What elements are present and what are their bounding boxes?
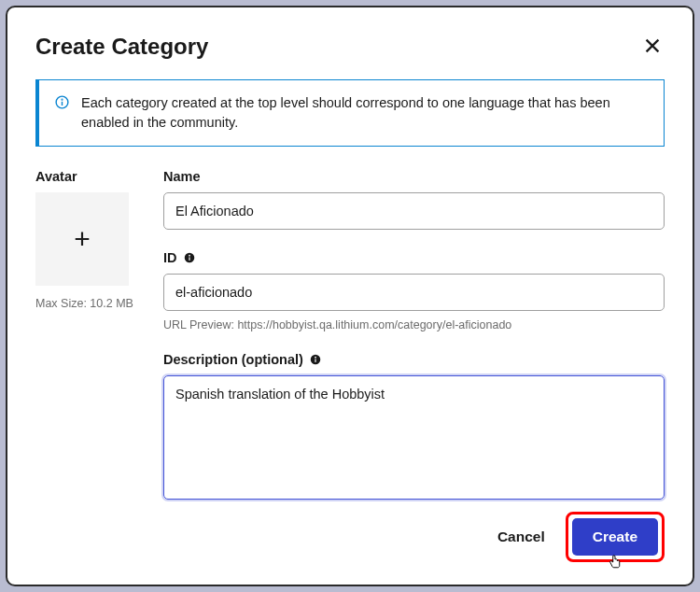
description-label-text: Description (optional) bbox=[163, 352, 303, 367]
name-label: Name bbox=[163, 169, 665, 184]
info-banner: Each category created at the top level s… bbox=[35, 79, 665, 147]
svg-rect-7 bbox=[315, 359, 315, 362]
form-body: Avatar + Max Size: 10.2 MB Name ID URL P… bbox=[35, 169, 665, 524]
cancel-button[interactable]: Cancel bbox=[483, 517, 560, 557]
avatar-column: Avatar + Max Size: 10.2 MB bbox=[35, 169, 143, 524]
name-input[interactable] bbox=[163, 192, 665, 230]
id-label: ID bbox=[163, 250, 665, 265]
close-icon bbox=[642, 35, 663, 56]
info-icon[interactable] bbox=[309, 353, 322, 366]
info-icon[interactable] bbox=[183, 251, 196, 264]
avatar-label: Avatar bbox=[35, 169, 143, 184]
svg-rect-4 bbox=[189, 257, 189, 261]
svg-point-6 bbox=[315, 357, 316, 359]
description-field-group: Description (optional) bbox=[163, 352, 665, 503]
id-field-group: ID URL Preview: https://hobbyist.qa.lith… bbox=[163, 250, 665, 331]
create-button-highlight: Create bbox=[566, 512, 665, 562]
info-text: Each category created at the top level s… bbox=[81, 93, 649, 133]
avatar-caption: Max Size: 10.2 MB bbox=[35, 297, 143, 310]
svg-point-1 bbox=[62, 99, 63, 100]
id-label-text: ID bbox=[163, 250, 177, 265]
modal-header: Create Category bbox=[35, 34, 665, 61]
info-icon bbox=[54, 94, 70, 110]
modal-footer: Cancel Create bbox=[483, 512, 665, 562]
svg-point-3 bbox=[189, 255, 190, 257]
close-button[interactable] bbox=[640, 34, 665, 61]
url-preview: URL Preview: https://hobbyist.qa.lithium… bbox=[163, 318, 665, 331]
plus-icon: + bbox=[74, 223, 91, 255]
description-input[interactable] bbox=[163, 375, 665, 500]
avatar-upload[interactable]: + bbox=[35, 192, 129, 286]
cursor-pointer-icon bbox=[607, 554, 623, 571]
name-field-group: Name bbox=[163, 169, 665, 230]
modal-title: Create Category bbox=[35, 34, 208, 60]
fields-column: Name ID URL Preview: https://hobbyist.qa… bbox=[163, 169, 665, 524]
create-button[interactable]: Create bbox=[572, 518, 658, 556]
id-input[interactable] bbox=[163, 274, 665, 311]
description-label: Description (optional) bbox=[163, 352, 665, 367]
create-category-modal: Create Category Each category created at… bbox=[6, 6, 694, 586]
